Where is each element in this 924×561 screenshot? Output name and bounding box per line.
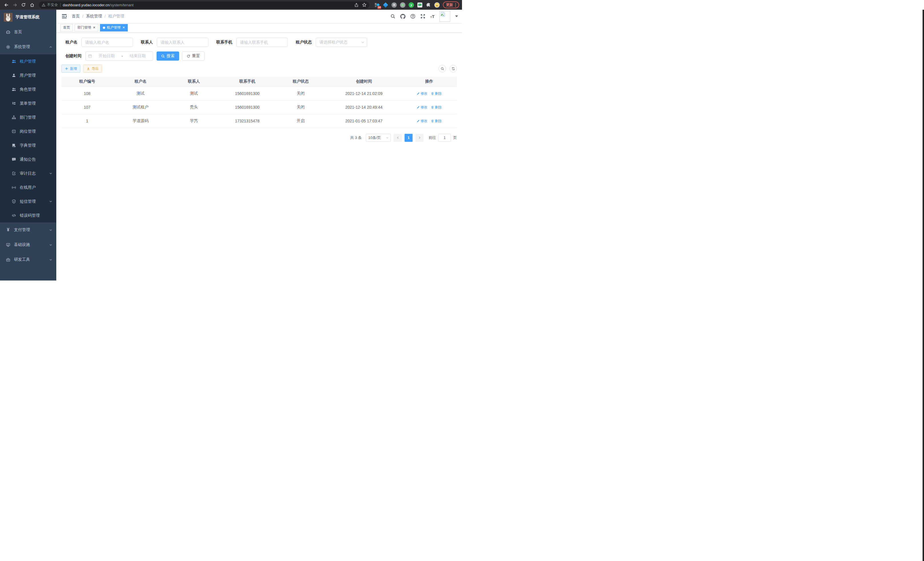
address-bar[interactable]: 不安全 dashboard.yudao.iocoder.cn/system/te… xyxy=(39,2,369,9)
page-size-select[interactable]: 10条/页 xyxy=(366,134,391,142)
status-select[interactable]: 请选择租户状态 xyxy=(316,38,367,47)
sidebar-item-error-code[interactable]: 错误码管理 xyxy=(0,208,56,223)
sidebar-toggle-icon[interactable] xyxy=(62,14,67,19)
export-button[interactable]: 导出 xyxy=(83,65,102,73)
sidebar-item-role[interactable]: 角色管理 xyxy=(0,82,56,96)
sidebar-item-menu[interactable]: 菜单管理 xyxy=(0,96,56,110)
prev-page-button[interactable] xyxy=(394,134,402,142)
plus-icon xyxy=(65,67,68,70)
header-search-icon[interactable] xyxy=(390,14,395,19)
recorder-extension-icon[interactable] xyxy=(400,2,406,8)
app-logo[interactable]: 芋道管理系统 xyxy=(0,10,56,25)
create-time-range-picker[interactable]: 开始日期 - 结束日期 xyxy=(86,51,153,61)
close-icon[interactable]: ✕ xyxy=(122,26,125,29)
sidebar-item-post[interactable]: 岗位管理 xyxy=(0,124,56,138)
edit-link[interactable]: 修改 xyxy=(417,105,428,110)
mobile-label: 联系手机 xyxy=(216,40,232,45)
sidebar-item-system[interactable]: 系统管理 xyxy=(0,39,56,54)
delete-link[interactable]: 删除 xyxy=(431,119,442,123)
breadcrumb-system[interactable]: 系统管理 xyxy=(86,14,102,19)
mobile-input[interactable] xyxy=(236,38,288,47)
tab-dept[interactable]: 部门管理 ✕ xyxy=(75,24,98,32)
close-icon[interactable]: ✕ xyxy=(93,26,95,29)
reset-button[interactable]: 重置 xyxy=(182,51,205,61)
tenant-table: 租户编号 租户名 联系人 联系手机 租户状态 创建时间 操作 108 测试 测试 xyxy=(62,77,457,128)
online-user-icon xyxy=(12,185,16,190)
tab-tenant[interactable]: 租户管理 ✕ xyxy=(100,24,128,32)
chat-extension-icon[interactable] xyxy=(417,2,423,8)
status-label: 租户状态 xyxy=(296,40,312,45)
post-badge-icon xyxy=(12,129,16,134)
extension-pinned-icon[interactable]: 10 xyxy=(374,2,380,8)
fullscreen-icon[interactable] xyxy=(420,14,425,19)
sidebar-item-label: 字典管理 xyxy=(20,143,36,148)
sidebar-item-dept[interactable]: 部门管理 xyxy=(0,110,56,124)
avatar-dropdown-caret-icon[interactable] xyxy=(455,15,458,19)
sidebar-item-payment[interactable]: ¥ 支付管理 xyxy=(0,223,56,237)
table-search-toggle-button[interactable] xyxy=(439,65,446,72)
create-time-label: 创建时间 xyxy=(65,53,81,59)
github-icon[interactable] xyxy=(400,14,405,19)
chevron-right-icon xyxy=(418,136,421,139)
kite-extension-icon[interactable] xyxy=(382,2,388,8)
dashboard-icon xyxy=(6,30,10,34)
browser-back-icon[interactable] xyxy=(3,2,10,8)
user-avatar[interactable] xyxy=(440,11,450,22)
edit-link[interactable]: 修改 xyxy=(417,91,428,96)
profile-avatar-icon[interactable] xyxy=(434,2,440,8)
help-icon[interactable] xyxy=(410,14,416,19)
command-extension-icon[interactable]: ⌘ xyxy=(391,2,397,8)
puzzle-extensions-menu-icon[interactable] xyxy=(425,2,431,8)
security-label[interactable]: 不安全 xyxy=(47,3,58,8)
share-icon[interactable] xyxy=(354,3,358,7)
sidebar-item-notice[interactable]: 通知公告 xyxy=(0,152,56,166)
filter-row-2: 创建时间 开始日期 - 结束日期 搜索 重置 xyxy=(62,51,457,61)
sidebar-item-label: 部门管理 xyxy=(20,115,36,120)
font-size-icon[interactable]: TT xyxy=(430,14,435,19)
sidebar-item-home[interactable]: 首页 xyxy=(0,25,56,39)
tab-home[interactable]: 首页 xyxy=(60,24,73,32)
browser-reload-icon[interactable] xyxy=(20,2,27,8)
bookmark-star-icon[interactable] xyxy=(362,3,367,7)
tabs-bar: 首页 部门管理 ✕ 租户管理 ✕ xyxy=(56,23,462,33)
page-content: 租户名 联系人 联系手机 租户状态 请选择租户状态 xyxy=(56,33,462,142)
browser-home-icon[interactable] xyxy=(28,2,35,8)
browser-menu-icon[interactable] xyxy=(455,3,456,7)
sidebar-item-user[interactable]: 用户管理 xyxy=(0,68,56,82)
chevron-down-icon xyxy=(361,41,364,44)
sidebar-item-dict[interactable]: 字典管理 xyxy=(0,138,56,152)
next-page-button[interactable] xyxy=(416,134,423,142)
table-row: 1 芋道源码 芋艿 17321315478 开启 2021-01-05 17:0… xyxy=(62,114,457,128)
tenant-name-input[interactable] xyxy=(81,38,133,47)
page-number-current[interactable]: 1 xyxy=(405,134,412,142)
chevron-down-icon xyxy=(49,258,52,261)
sidebar-item-audit-log[interactable]: 审计日志 xyxy=(0,166,56,180)
pagination-total: 共 3 条 xyxy=(350,135,362,140)
contact-input[interactable] xyxy=(157,38,208,47)
chevron-down-icon xyxy=(49,243,52,247)
browser-update-button[interactable]: 更新 xyxy=(443,2,459,8)
download-icon xyxy=(87,67,90,70)
table-refresh-button[interactable] xyxy=(449,65,457,72)
add-button[interactable]: 新增 xyxy=(62,65,80,73)
goto-page-input[interactable] xyxy=(438,134,451,142)
yuque-extension-icon[interactable]: y xyxy=(408,2,414,8)
delete-link[interactable]: 删除 xyxy=(431,91,442,96)
sidebar-item-online-user[interactable]: 在线用户 xyxy=(0,180,56,194)
chevron-down-icon xyxy=(49,200,52,203)
sidebar-item-infra[interactable]: 基础设施 xyxy=(0,237,56,252)
edit-link[interactable]: 修改 xyxy=(417,119,428,123)
search-button[interactable]: 搜索 xyxy=(157,51,179,61)
search-icon xyxy=(161,54,165,58)
chevron-down-icon xyxy=(386,136,389,139)
browser-forward-icon[interactable] xyxy=(11,2,18,8)
org-chart-icon xyxy=(12,115,16,120)
date-start-placeholder: 开始日期 xyxy=(94,53,120,59)
user-icon xyxy=(12,73,16,77)
sidebar-item-tenant[interactable]: 租户管理 xyxy=(0,54,56,68)
breadcrumb-home[interactable]: 首页 xyxy=(72,14,80,19)
sidebar-item-sms[interactable]: 短信管理 xyxy=(0,194,56,208)
delete-link[interactable]: 删除 xyxy=(431,105,442,110)
refresh-icon xyxy=(452,67,455,71)
sidebar-item-devtools[interactable]: 研发工具 xyxy=(0,252,56,267)
